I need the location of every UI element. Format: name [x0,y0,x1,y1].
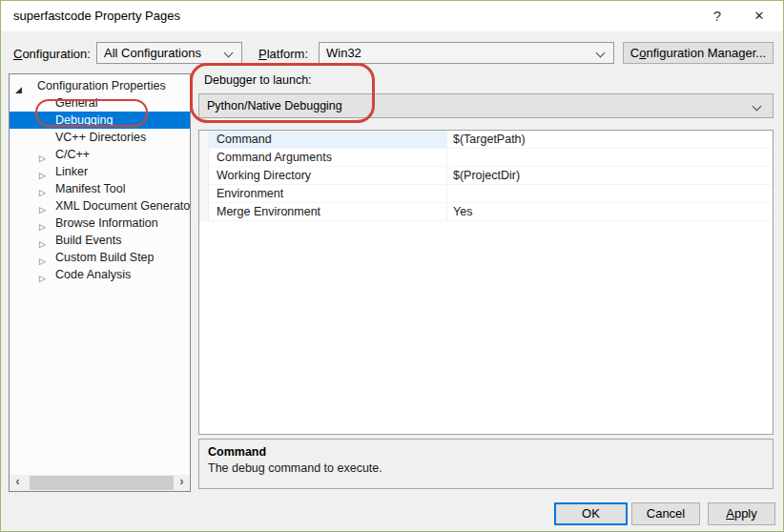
property-description-panel: Command The debug command to execute. [198,439,774,489]
row-gutter [199,203,209,221]
close-icon[interactable]: ✕ [743,1,775,31]
platform-select[interactable]: Win32 [319,42,614,64]
property-value[interactable]: Yes [446,203,773,221]
row-gutter [199,149,209,167]
property-row-command-arguments: Command Arguments [199,149,773,167]
property-value[interactable]: $(TargetPath) [446,131,773,149]
debugger-to-launch-value: Python/Native Debugging [207,99,342,113]
configuration-value: All Configurations [104,46,201,60]
property-row-merge-environment: Merge Environment Yes [199,203,773,221]
property-value[interactable] [446,185,773,203]
row-gutter [199,185,209,203]
tree-item-general[interactable]: General [10,94,190,112]
property-row-environment: Environment [199,185,773,203]
property-value[interactable] [446,149,773,167]
property-name[interactable]: Merge Environment [209,203,446,221]
titlebar: superfastcode Property Pages ? ✕ [1,1,783,31]
property-name[interactable]: Environment [209,185,446,203]
debugger-to-launch-label: Debugger to launch: [204,73,312,87]
property-row-working-directory: Working Directory $(ProjectDir) [199,167,773,185]
debugger-to-launch-select[interactable]: Python/Native Debugging [198,93,774,118]
tree-item-vcpp-directories[interactable]: VC++ Directories [10,129,190,146]
window-title: superfastcode Property Pages [13,1,180,31]
description-title: Command [208,445,764,459]
tree-item-code-analysis[interactable]: ▷ Code Analysis [10,266,190,283]
row-gutter [199,131,209,149]
tree-body: ◢ Configuration Properties General Debug… [10,77,190,475]
tree-item-browse-information[interactable]: ▷ Browse Information [10,215,190,232]
property-pages-dialog: superfastcode Property Pages ? ✕ Configu… [0,0,784,532]
tree-item-debugging[interactable]: Debugging [10,112,190,129]
scroll-right-icon[interactable]: › [174,475,190,491]
platform-value: Win32 [326,46,361,60]
apply-button[interactable]: Apply [708,502,775,525]
help-icon[interactable]: ? [701,1,733,31]
chevron-down-icon [753,102,762,112]
ok-button[interactable]: OK [554,502,628,525]
property-name[interactable]: Working Directory [209,167,446,185]
collapsed-arrow-icon[interactable]: ▷ [39,270,46,287]
tree-item-linker[interactable]: ▷ Linker [10,163,190,180]
chevron-down-icon [596,49,606,58]
property-value[interactable]: $(ProjectDir) [446,167,773,185]
tree-horizontal-scrollbar[interactable]: ‹ › [10,475,190,491]
configuration-label: Configuration: [13,47,91,61]
tree-item-custom-build-step[interactable]: ▷ Custom Build Step [10,249,190,266]
chevron-down-icon [224,49,234,58]
cancel-button[interactable]: Cancel [631,502,700,525]
configuration-tree: ◢ Configuration Properties General Debug… [9,73,191,492]
platform-label: Platform: [258,47,308,61]
property-grid: Command $(TargetPath) Command Arguments … [198,130,774,435]
tree-item-configuration-properties[interactable]: ◢ Configuration Properties [10,77,190,94]
tree-item-manifest-tool[interactable]: ▷ Manifest Tool [10,180,190,197]
tree-item-c-cpp[interactable]: ▷ C/C++ [10,146,190,163]
tree-item-xml-document-generator[interactable]: ▷ XML Document Generator [10,197,190,215]
configuration-select[interactable]: All Configurations [96,42,242,64]
property-row-command: Command $(TargetPath) [199,131,773,149]
scrollbar-thumb[interactable] [30,476,174,490]
property-name[interactable]: Command Arguments [209,149,446,167]
configuration-manager-button[interactable]: Configuration Manager... [623,42,774,64]
property-name[interactable]: Command [209,131,446,149]
scroll-left-icon[interactable]: ‹ [10,475,26,491]
description-text: The debug command to execute. [208,461,764,475]
tree-item-build-events[interactable]: ▷ Build Events [10,232,190,249]
row-gutter [199,167,209,185]
